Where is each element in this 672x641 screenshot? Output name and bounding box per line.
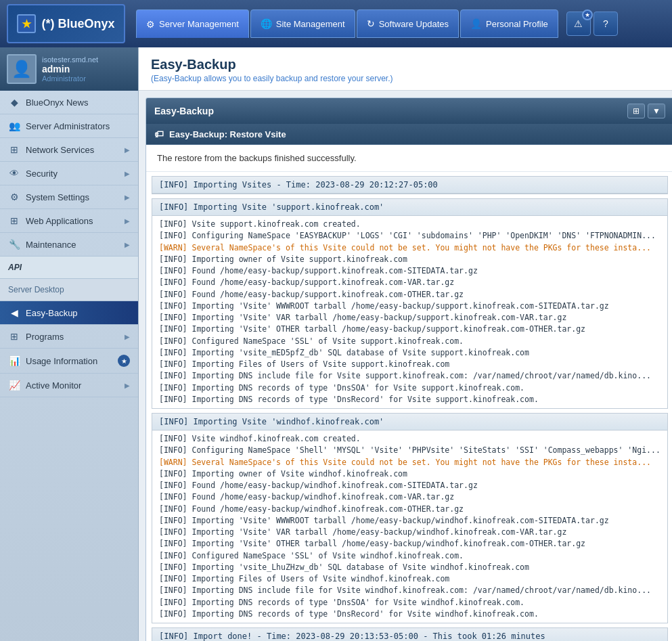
sidebar-item-active-monitor[interactable]: 📈 Active Monitor ▶ xyxy=(0,374,138,397)
sidebar-item-security-label: Security xyxy=(26,169,58,179)
panel-header: Easy-Backup ⊞ ▼ xyxy=(146,98,672,124)
log-section-1-header: [INFO] Importing Vsites - Time: 2023-08-… xyxy=(152,177,667,194)
sidebar-item-web-applications[interactable]: ⊞ Web Applications ▶ xyxy=(0,209,138,233)
alert-button[interactable]: ⚠ ★ xyxy=(566,12,591,36)
active-monitor-expand-icon: ▶ xyxy=(125,382,130,389)
sidebar-item-server-desktop[interactable]: Server Desktop xyxy=(0,279,138,301)
network-services-icon: ⊞ xyxy=(8,144,20,155)
log-section-2-body: [INFO] Vsite support.kinofreak.com creat… xyxy=(152,216,667,408)
system-settings-expand-icon: ▶ xyxy=(125,194,130,201)
sidebar-item-web-applications-label: Web Applications xyxy=(26,216,93,226)
sidebar-item-blueonyx-news-label: BlueOnyx News xyxy=(26,97,88,108)
sidebar-item-api-label: API xyxy=(8,263,22,272)
server-administrators-icon: 👥 xyxy=(8,120,20,131)
sidebar-item-maintenance-label: Maintenance xyxy=(26,240,76,250)
logo[interactable]: ★ (*) BlueOnyx xyxy=(7,4,125,43)
sidebar-item-api[interactable]: API xyxy=(0,257,138,279)
sidebar-item-maintenance[interactable]: 🔧 Maintenance ▶ xyxy=(0,233,138,257)
sidebar-item-usage-information-label: Usage Information xyxy=(26,356,97,366)
blueonyx-news-icon: ◆ xyxy=(8,97,20,108)
sidebar-item-network-services-label: Network Services xyxy=(26,145,94,155)
usage-information-icon: 📊 xyxy=(8,355,20,366)
sidebar-item-usage-information[interactable]: 📊 Usage Information ★ xyxy=(0,349,138,374)
security-icon: 👁 xyxy=(8,168,20,179)
sidebar-item-blueonyx-news[interactable]: ◆ BlueOnyx News xyxy=(0,91,138,114)
content-panel: Easy-Backup ⊞ ▼ 🏷 Easy-Backup: Restore V… xyxy=(145,97,672,641)
system-settings-icon: ⚙ xyxy=(8,192,20,202)
tab-site-management[interactable]: 🌐 Site Management xyxy=(250,9,355,38)
log-section-2-header: [INFO] Importing Vsite 'support.kinofrea… xyxy=(152,199,667,216)
tab-site-management-label: Site Management xyxy=(276,19,345,29)
server-management-icon: ⚙ xyxy=(146,19,155,30)
tab-software-updates-label: Software Updates xyxy=(379,19,449,29)
tab-personal-profile[interactable]: 👤 Personal Profile xyxy=(460,9,558,38)
top-bar: ★ (*) BlueOnyx ⚙ Server Management 🌐 Sit… xyxy=(0,0,672,47)
network-services-expand-icon: ▶ xyxy=(125,146,130,154)
programs-icon: ⊞ xyxy=(8,331,20,342)
easy-backup-icon: ◀ xyxy=(8,307,20,318)
security-expand-icon: ▶ xyxy=(125,170,130,177)
sidebar-item-easy-backup-label: Easy-Backup xyxy=(26,308,78,318)
log-section-2: [INFO] Importing Vsite 'support.kinofrea… xyxy=(152,198,668,409)
sidebar-item-network-services[interactable]: ⊞ Network Services ▶ xyxy=(0,138,138,162)
web-applications-expand-icon: ▶ xyxy=(125,217,130,225)
log-section-4-header: [INFO] Import done! - Time: 2023-08-29 2… xyxy=(152,628,667,641)
log-section-3: [INFO] Importing Vsite 'windhof.kinofrea… xyxy=(152,413,668,623)
restore-header-label: Easy-Backup: Restore Vsite xyxy=(169,129,286,139)
log-section-3-header: [INFO] Importing Vsite 'windhof.kinofrea… xyxy=(152,414,667,430)
sidebar-nav: ◆ BlueOnyx News 👥 Server Administrators … xyxy=(0,91,138,641)
user-name: admin xyxy=(42,64,98,74)
sidebar-item-programs-label: Programs xyxy=(26,332,64,342)
panel-actions: ⊞ ▼ xyxy=(627,104,665,118)
panel-title: Easy-Backup xyxy=(154,106,214,116)
personal-profile-icon: 👤 xyxy=(470,18,482,29)
software-updates-icon: ↻ xyxy=(367,18,375,29)
panel-grid-button[interactable]: ⊞ xyxy=(627,104,645,118)
log-section-1: [INFO] Importing Vsites - Time: 2023-08-… xyxy=(152,176,668,194)
log-section-4: [INFO] Import done! - Time: 2023-08-29 2… xyxy=(152,627,668,641)
sidebar-item-system-settings[interactable]: ⚙ System Settings ▶ xyxy=(0,185,138,209)
tab-software-updates[interactable]: ↻ Software Updates xyxy=(357,9,459,38)
tab-personal-profile-label: Personal Profile xyxy=(486,19,548,29)
user-role: Administrator xyxy=(42,74,98,83)
sidebar-item-server-desktop-label: Server Desktop xyxy=(8,285,64,294)
nav-tabs: ⚙ Server Management 🌐 Site Management ↻ … xyxy=(136,9,558,38)
logo-text: (*) BlueOnyx xyxy=(41,17,114,31)
panel-content: The restore from the backups finished su… xyxy=(146,145,672,641)
maintenance-expand-icon: ▶ xyxy=(125,241,130,248)
help-button[interactable]: ? xyxy=(593,12,618,36)
web-applications-icon: ⊞ xyxy=(8,215,20,226)
logo-star-icon: ★ xyxy=(17,14,36,33)
tab-server-management-label: Server Management xyxy=(159,19,239,29)
sidebar-item-system-settings-label: System Settings xyxy=(26,192,89,202)
page-subtitle: (Easy-Backup allows you to easily backup… xyxy=(151,74,669,83)
sidebar-item-security[interactable]: 👁 Security ▶ xyxy=(0,162,138,185)
sidebar-item-easy-backup[interactable]: ◀ Easy-Backup xyxy=(0,301,138,325)
user-profile: 👤 isotester.smd.net admin Administrator xyxy=(0,47,138,91)
success-message: The restore from the backups finished su… xyxy=(146,145,672,172)
user-info: isotester.smd.net admin Administrator xyxy=(42,56,98,83)
programs-expand-icon: ▶ xyxy=(125,333,130,340)
site-management-icon: 🌐 xyxy=(261,18,272,29)
sidebar: 👤 isotester.smd.net admin Administrator … xyxy=(0,47,139,641)
main-content: Easy-Backup (Easy-Backup allows you to e… xyxy=(139,47,672,641)
sidebar-item-server-administrators-label: Server Administrators xyxy=(26,121,110,131)
restore-icon: 🏷 xyxy=(154,129,164,139)
alert-badge: ★ xyxy=(582,9,593,20)
usage-information-badge: ★ xyxy=(118,355,130,367)
tab-server-management[interactable]: ⚙ Server Management xyxy=(136,9,249,38)
avatar: 👤 xyxy=(7,54,37,84)
panel-menu-button[interactable]: ▼ xyxy=(648,104,665,118)
page-title: Easy-Backup xyxy=(151,57,669,72)
main-layout: 👤 isotester.smd.net admin Administrator … xyxy=(0,47,672,641)
sidebar-item-programs[interactable]: ⊞ Programs ▶ xyxy=(0,325,138,349)
log-section-3-body: [INFO] Vsite windhof.kinofreak.com creat… xyxy=(152,430,667,623)
sidebar-item-active-monitor-label: Active Monitor xyxy=(26,380,81,391)
restore-header: 🏷 Easy-Backup: Restore Vsite xyxy=(146,124,672,145)
maintenance-icon: 🔧 xyxy=(8,239,20,250)
user-domain: isotester.smd.net xyxy=(42,56,98,64)
page-header: Easy-Backup (Easy-Backup allows you to e… xyxy=(139,47,672,91)
active-monitor-icon: 📈 xyxy=(8,380,20,391)
sidebar-item-server-administrators[interactable]: 👥 Server Administrators xyxy=(0,114,138,138)
